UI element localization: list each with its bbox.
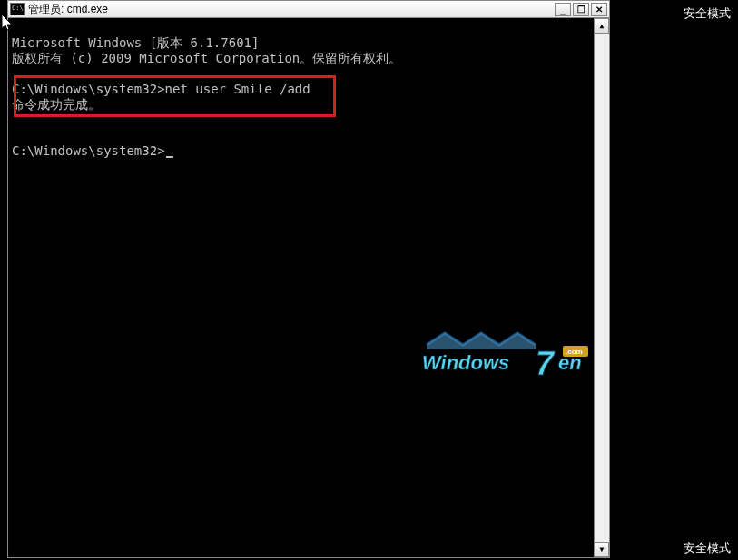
terminal-line: 版权所有 (c) 2009 Microsoft Corporation。保留所有… <box>12 51 590 66</box>
terminal-cursor <box>166 156 173 158</box>
close-button[interactable]: ✕ <box>591 3 607 16</box>
scroll-down-button[interactable]: ▼ <box>595 542 609 557</box>
mouse-cursor-icon <box>2 15 15 36</box>
safe-mode-label-bottom-right: 安全模式 <box>684 540 731 556</box>
terminal-command-line: C:\Windows\system32>net user Smile /add <box>12 82 590 97</box>
scroll-track[interactable] <box>595 34 609 542</box>
minimize-button[interactable]: _ <box>555 3 571 16</box>
window-title: 管理员: cmd.exe <box>28 2 555 17</box>
titlebar[interactable]: 管理员: cmd.exe _ ❐ ✕ <box>8 1 609 18</box>
vertical-scrollbar[interactable]: ▲ ▼ <box>594 18 609 557</box>
cmd-window: 管理员: cmd.exe _ ❐ ✕ Microsoft Windows [版本… <box>7 0 610 558</box>
safe-mode-label-top-right: 安全模式 <box>684 5 731 22</box>
scroll-up-button[interactable]: ▲ <box>595 18 609 34</box>
terminal-result: 命令成功完成。 <box>12 97 590 113</box>
cmd-icon <box>10 3 25 15</box>
terminal-output[interactable]: Microsoft Windows [版本 6.1.7601]版权所有 (c) … <box>8 18 594 557</box>
terminal-line: Microsoft Windows [版本 6.1.7601] <box>12 35 590 51</box>
maximize-button[interactable]: ❐ <box>573 3 589 16</box>
terminal-prompt: C:\Windows\system32> <box>12 143 590 159</box>
